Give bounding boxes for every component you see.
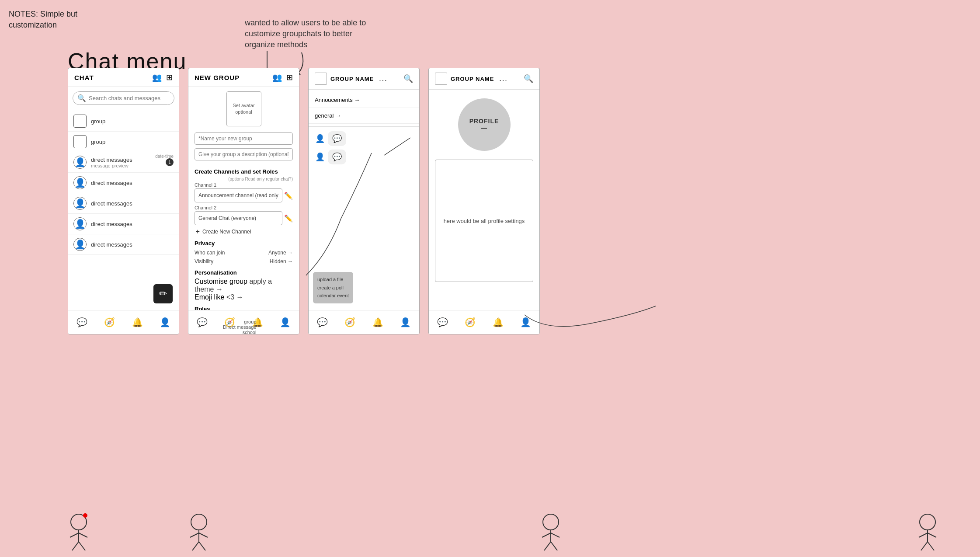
list-item[interactable]: 👤 direct messages [68,173,179,193]
edit-channel2-icon[interactable]: ✏️ [284,214,293,223]
unread-badge: 1 [166,158,174,166]
chat-item-info: direct messages message preview [91,157,161,168]
profile-label: PROFILE [469,118,499,125]
group-dots: ... [379,75,387,83]
chat-bubble-icon: 💬 [332,152,342,162]
create-poll-option[interactable]: create a poll [317,284,349,292]
grid-button[interactable]: ⊞ [286,73,293,82]
channel1-input[interactable] [195,188,282,202]
nav-profile-icon[interactable]: 👤 [400,317,411,327]
emoji-like-value[interactable]: <3 → [226,293,243,301]
options-label: (options Read only regular chat?) [195,177,293,181]
nav-notifications-icon[interactable]: 🔔 [493,317,504,327]
svg-line-3 [70,533,79,537]
channel-list: Annoucements → general → [309,90,419,127]
bottom-nav: 💬 🧭 🔔 👤 [429,310,539,334]
empty-area [68,255,179,281]
nav-profile-icon[interactable]: 👤 [280,317,291,327]
profile-avatar[interactable]: PROFILE — [458,98,511,151]
search-input[interactable] [89,95,170,101]
svg-line-17 [544,542,551,550]
list-item[interactable]: group [68,132,179,152]
search-button[interactable]: 🔍 [524,74,533,84]
visibility-row: Visibility Hidden → [195,257,293,266]
school-label: school [223,330,256,335]
chat-item-name: group [91,139,105,145]
profile-settings-box: here would be all profile settings [435,160,533,282]
avatar: 👤 [73,217,87,230]
bottom-nav: 💬 🧭 🔔 👤 [309,310,419,334]
chat-item-name: direct messages [91,221,132,227]
channel1-row: ✏️ [195,188,293,202]
svg-line-9 [190,533,199,537]
nav-explore-icon[interactable]: 🧭 [344,317,355,327]
list-item[interactable]: 👤 direct messages [68,214,179,234]
nav-profile-icon[interactable]: 👤 [520,317,531,327]
add-user-button[interactable]: 👥 [272,73,282,82]
search-bar[interactable]: 🔍 [73,91,174,105]
edit-channel1-icon[interactable]: ✏️ [284,191,293,200]
nav-chat-icon[interactable]: 💬 [76,317,87,327]
channel1-input-wrap [195,188,282,202]
nav-explore-icon[interactable]: 🧭 [104,317,115,327]
channel2-input[interactable] [195,211,282,225]
nav-chat-icon[interactable]: 💬 [197,317,208,327]
list-item[interactable]: group [68,111,179,132]
list-item[interactable]: 👤 direct messages [68,234,179,255]
privacy-title: Privacy [195,240,293,247]
group-name: GROUP NAME [330,76,374,82]
svg-line-16 [551,533,560,537]
svg-line-6 [79,542,85,550]
panels-container: CHAT 👥 ⊞ 🔍 group group date-time [68,68,540,334]
group-avatar [315,73,327,85]
figure-center-right [533,513,568,553]
avatar: 👤 [73,197,87,210]
search-button[interactable]: 🔍 [403,74,413,84]
chat-item-preview: message preview [91,163,161,168]
general-channel[interactable]: general → [309,108,419,124]
avatar-placeholder[interactable]: Set avatar optional [226,91,261,126]
grid-button[interactable]: ⊞ [166,73,173,82]
compose-button[interactable]: ✏ [153,284,173,303]
nav-profile-icon[interactable]: 👤 [160,317,170,327]
svg-line-22 [928,533,936,537]
svg-line-5 [72,542,79,550]
figure-left [61,513,96,553]
upload-file-option[interactable]: upload a file [317,275,349,284]
nav-explore-icon[interactable]: 🧭 [465,317,476,327]
announcements-channel[interactable]: Annoucements → [309,92,419,108]
avatar: 👤 [315,133,325,144]
group-desc-input[interactable] [195,148,293,160]
chat-item-name: direct messages [91,180,132,186]
plus-icon: ＋ [195,228,201,236]
nav-notifications-icon[interactable]: 🔔 [132,317,143,327]
panel1-labels: group Direct message school [223,319,256,335]
nav-notifications-icon[interactable]: 🔔 [372,317,383,327]
svg-point-13 [543,514,559,530]
svg-line-18 [551,542,557,550]
who-can-join-value[interactable]: Anyone → [268,250,293,256]
nav-chat-icon[interactable]: 💬 [317,317,328,327]
customise-group-row: Customise group apply a theme → [195,278,293,293]
svg-line-21 [919,533,928,537]
privacy-section: Privacy Who can join Anyone → Visibility… [195,240,293,266]
avatar: 👤 [315,152,325,162]
svg-point-7 [191,514,207,530]
calendar-event-option[interactable]: calendar event [317,292,349,300]
add-user-button[interactable]: 👥 [152,73,162,82]
avatar: 👤 [73,156,87,169]
nav-chat-icon[interactable]: 💬 [437,317,448,327]
group-name-input[interactable] [195,132,293,145]
visibility-value[interactable]: Hidden → [270,258,293,265]
list-item[interactable]: 👤 direct messages [68,193,179,214]
avatar [73,135,87,148]
panel-profile-view: GROUP NAME ... 🔍 PROFILE — here would be… [428,68,540,334]
upload-popup: upload a file create a poll calendar eve… [313,272,353,303]
list-item[interactable]: date-time 👤 direct messages message prev… [68,152,179,173]
group-label: group [223,319,256,324]
create-channel-button[interactable]: ＋ Create New Channel [195,228,251,236]
datetime-label: date-time [155,154,174,159]
channel1-label: Channel 1 [195,182,293,188]
group-dots: ... [499,75,507,83]
group-header: GROUP NAME ... 🔍 [309,68,419,90]
